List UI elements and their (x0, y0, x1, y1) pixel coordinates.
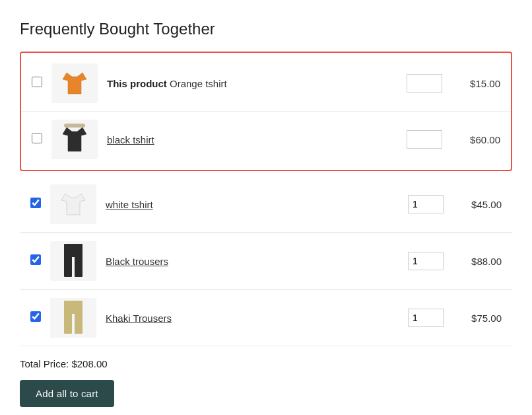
product-link-black-tshirt[interactable]: black tshirt (107, 134, 154, 145)
product-image-white-tshirt (50, 184, 96, 224)
svg-rect-7 (64, 301, 83, 314)
product-row-black-tshirt: black tshirt $60.00 (21, 111, 511, 167)
qty-col-orange-tshirt (407, 74, 446, 93)
product-name-col-black-tshirt: black tshirt (107, 134, 407, 145)
price-orange-tshirt: $15.00 (454, 78, 500, 89)
product-image-khaki-trousers (50, 298, 96, 338)
svg-rect-9 (75, 313, 83, 334)
total-label: Total Price: (20, 358, 69, 369)
add-to-cart-button[interactable]: Add all to cart (20, 380, 114, 407)
svg-rect-4 (64, 244, 83, 257)
product-name-orange-tshirt: Orange tshirt (170, 78, 227, 89)
product-image-orange-tshirt (51, 63, 98, 103)
price-khaki-trousers: $75.00 (455, 313, 502, 324)
svg-rect-1 (64, 124, 85, 128)
this-product-label: This product (107, 78, 170, 89)
product-name-col-orange-tshirt: This product Orange tshirt (107, 78, 407, 89)
svg-rect-8 (64, 313, 72, 334)
product-name-col-black-trousers: Black trousers (106, 256, 408, 267)
svg-marker-0 (63, 73, 86, 94)
qty-input-black-trousers[interactable] (408, 252, 444, 270)
total-price-row: Total Price: $208.00 (20, 358, 512, 369)
svg-rect-6 (75, 256, 83, 277)
qty-input-black-tshirt[interactable] (407, 130, 442, 149)
product-row-khaki-trousers: Khaki Trousers $75.00 (20, 289, 512, 346)
svg-marker-3 (61, 194, 85, 215)
qty-col-black-trousers (408, 252, 448, 270)
qty-input-orange-tshirt[interactable] (407, 74, 442, 93)
checkbox-orange-tshirt[interactable] (32, 77, 42, 87)
checkbox-black-trousers[interactable] (30, 254, 41, 265)
svg-rect-5 (64, 256, 72, 277)
product-row-black-trousers: Black trousers $88.00 (20, 233, 512, 289)
checkbox-white-tshirt[interactable] (30, 198, 41, 208)
product-link-khaki-trousers[interactable]: Khaki Trousers (106, 313, 172, 324)
qty-col-black-tshirt (407, 130, 446, 149)
product-image-black-trousers (50, 241, 96, 281)
page-title: Frequently Bought Together (20, 20, 512, 38)
checkbox-khaki-trousers[interactable] (30, 311, 41, 322)
product-link-white-tshirt[interactable]: white tshirt (106, 199, 153, 210)
highlighted-products-box: This product Orange tshirt $15.00 black … (20, 52, 512, 171)
product-row-orange-tshirt: This product Orange tshirt $15.00 (21, 56, 511, 111)
product-row-white-tshirt: white tshirt $45.00 (20, 176, 512, 233)
qty-col-khaki-trousers (408, 309, 448, 327)
qty-input-khaki-trousers[interactable] (408, 309, 444, 327)
svg-marker-2 (63, 128, 86, 151)
price-black-tshirt: $60.00 (454, 134, 500, 145)
price-black-trousers: $88.00 (455, 256, 502, 267)
product-name-col-white-tshirt: white tshirt (106, 199, 408, 210)
price-white-tshirt: $45.00 (455, 199, 502, 210)
checkbox-black-tshirt[interactable] (32, 133, 42, 143)
total-value: $208.00 (71, 358, 107, 369)
qty-col-white-tshirt (408, 195, 448, 213)
product-link-black-trousers[interactable]: Black trousers (106, 256, 168, 267)
product-name-col-khaki-trousers: Khaki Trousers (106, 313, 408, 324)
qty-input-white-tshirt[interactable] (408, 195, 444, 213)
product-image-black-tshirt (51, 120, 98, 159)
